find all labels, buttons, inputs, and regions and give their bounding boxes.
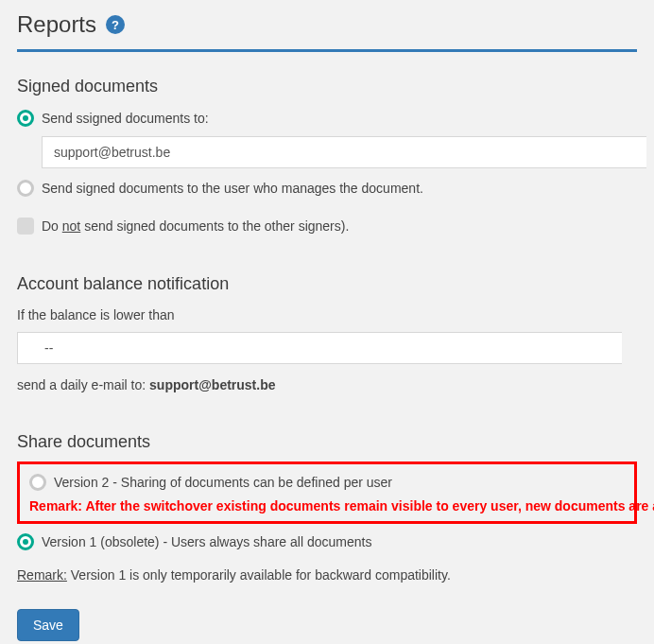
- share-v2-remark: Remark: After the switchover existing do…: [29, 495, 625, 513]
- balance-daily-email-label: send a daily e-mail to: support@betrust.…: [17, 374, 637, 396]
- radio-icon: [17, 180, 34, 197]
- radio-share-v1-label: Version 1 (obsolete) - Users always shar…: [42, 534, 371, 549]
- signed-documents-title: Signed documents: [17, 77, 637, 96]
- checkbox-do-not-send[interactable]: Do not send signed documents to the othe…: [17, 200, 637, 238]
- radio-icon: [29, 474, 46, 491]
- radio-icon-selected: [17, 533, 34, 550]
- section-signed-documents: Signed documents Send ssigned documents …: [17, 71, 637, 269]
- section-share-documents: Share documents Version 2 - Sharing of d…: [17, 426, 637, 588]
- checkbox-icon: [17, 218, 34, 235]
- share-v2-highlight-box: Version 2 - Sharing of documents can be …: [17, 461, 637, 524]
- share-v1-remark: Remark: Version 1 is only temporarily av…: [17, 554, 637, 583]
- signed-email-input[interactable]: support@betrust.be: [42, 136, 646, 168]
- section-account-balance: Account balance notification If the bala…: [17, 269, 637, 426]
- share-documents-title: Share documents: [17, 432, 637, 452]
- header-divider: [17, 49, 637, 52]
- balance-threshold-select[interactable]: --: [17, 332, 622, 364]
- page-title: Reports: [17, 11, 96, 38]
- radio-icon-selected: [17, 110, 34, 127]
- account-balance-title: Account balance notification: [17, 274, 637, 294]
- radio-share-v1[interactable]: Version 1 (obsolete) - Users always shar…: [17, 530, 637, 554]
- radio-share-v2-label: Version 2 - Sharing of documents can be …: [54, 475, 392, 490]
- radio-send-signed-to[interactable]: Send ssigned documents to:: [17, 106, 637, 131]
- radio-send-to-manager-label: Send signed documents to the user who ma…: [42, 181, 423, 196]
- radio-share-v2[interactable]: Version 2 - Sharing of documents can be …: [29, 470, 625, 495]
- save-button[interactable]: Save: [17, 609, 79, 641]
- radio-send-signed-to-label: Send ssigned documents to:: [42, 111, 209, 126]
- checkbox-do-not-send-label: Do not send signed documents to the othe…: [42, 218, 349, 234]
- help-icon[interactable]: ?: [106, 15, 125, 34]
- balance-if-label: If the balance is lower than: [17, 304, 637, 326]
- radio-send-to-manager[interactable]: Send signed documents to the user who ma…: [17, 176, 637, 200]
- page-header: Reports ?: [17, 11, 637, 49]
